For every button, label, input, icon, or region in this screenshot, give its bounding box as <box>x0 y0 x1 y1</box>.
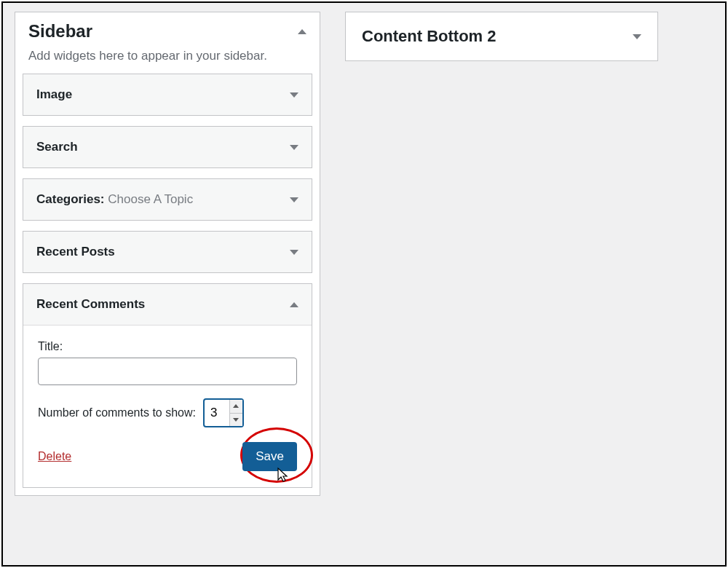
widget-title: Search <box>36 140 78 154</box>
title-label: Title: <box>38 340 297 353</box>
widget-title-wrap: Categories: Choose A Topic <box>36 192 193 207</box>
widget-header[interactable]: Image <box>23 74 312 115</box>
widget-recent-comments: Recent Comments Title: Number of comment… <box>23 283 312 488</box>
spinner-up[interactable] <box>230 400 242 413</box>
widget-title: Recent Comments <box>36 297 145 312</box>
number-spinner <box>229 400 242 426</box>
widget-image: Image <box>23 74 312 116</box>
number-input-wrapper <box>203 398 244 427</box>
collapse-icon <box>290 302 298 307</box>
expand-icon <box>633 34 641 39</box>
save-button[interactable]: Save <box>242 442 297 471</box>
widget-title: Categories: <box>36 192 105 206</box>
widget-header[interactable]: Recent Posts <box>23 232 312 272</box>
content-bottom-header[interactable]: Content Bottom 2 <box>346 12 657 60</box>
chevron-up-icon <box>233 404 239 408</box>
chevron-down-icon <box>233 418 239 422</box>
widget-list: Image Search Categories: Choose A Topic <box>15 74 320 495</box>
expand-icon <box>290 197 298 202</box>
widget-actions: Delete Save <box>38 442 297 471</box>
widget-header[interactable]: Search <box>23 127 312 167</box>
sidebar-widget-area: Sidebar Add widgets here to appear in yo… <box>15 12 320 496</box>
widget-header[interactable]: Recent Comments <box>23 284 312 325</box>
widget-recent-posts: Recent Posts <box>23 231 312 273</box>
number-label: Number of comments to show: <box>38 406 196 419</box>
widget-body: Title: Number of comments to show: <box>23 325 312 487</box>
expand-icon <box>290 145 298 150</box>
content-bottom-2-area: Content Bottom 2 <box>345 12 658 61</box>
title-input[interactable] <box>38 358 297 385</box>
title-field-row: Title: <box>38 340 297 385</box>
sidebar-area-description: Add widgets here to appear in your sideb… <box>15 44 320 74</box>
widget-header[interactable]: Categories: Choose A Topic <box>23 179 312 220</box>
spinner-down[interactable] <box>230 413 242 427</box>
widget-categories: Categories: Choose A Topic <box>23 178 312 221</box>
expand-icon <box>290 92 298 98</box>
number-input[interactable] <box>205 400 229 426</box>
sidebar-area-title: Sidebar <box>28 21 92 42</box>
expand-icon <box>290 250 298 255</box>
widget-subtitle: Choose A Topic <box>105 192 194 206</box>
widget-title: Image <box>36 87 72 102</box>
widget-search: Search <box>23 126 312 168</box>
delete-link[interactable]: Delete <box>38 450 71 463</box>
content-bottom-title: Content Bottom 2 <box>362 27 496 46</box>
number-field-row: Number of comments to show: <box>38 398 297 427</box>
collapse-icon <box>298 29 306 34</box>
sidebar-area-header[interactable]: Sidebar <box>15 12 320 44</box>
widget-title: Recent Posts <box>36 245 115 259</box>
widgets-screen: Sidebar Add widgets here to appear in yo… <box>1 1 727 567</box>
